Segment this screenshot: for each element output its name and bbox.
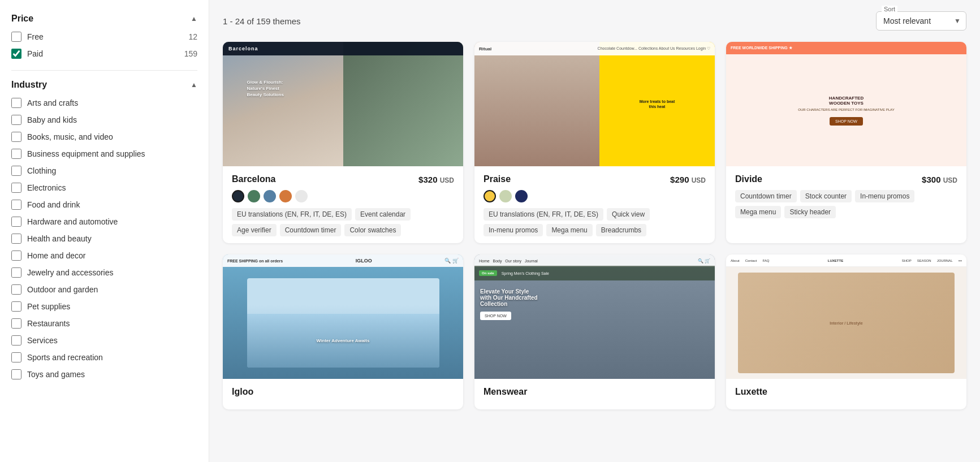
praise-nav-links: Chocolate Countdow... Collections About …: [598, 46, 710, 51]
industry-restaurants-checkbox[interactable]: [11, 318, 21, 329]
industry-sports-label[interactable]: Sports and recreation: [27, 353, 197, 362]
theme-card-luxette[interactable]: About Contact FAQ LUXETTE SHOP SEASON JO…: [726, 254, 966, 409]
menswear-cta-button[interactable]: SHOP NOW: [480, 312, 511, 320]
sidebar: Price ▲ Free 12 Paid 159 Industry ▲ Arts…: [0, 0, 209, 462]
theme-currency-barcelona: USD: [440, 176, 454, 184]
industry-hardware-checkbox[interactable]: [11, 217, 21, 227]
theme-card-igloo[interactable]: FREE SHIPPING on all orders IGLOO 🔍 🛒 Wi…: [223, 254, 463, 409]
industry-baby-label[interactable]: Baby and kids: [27, 115, 197, 124]
theme-info-divide: Divide$300 USDCountdown timerStock count…: [726, 166, 966, 225]
industry-home-label[interactable]: Home and decor: [27, 251, 197, 260]
industry-restaurants-label[interactable]: Restaurants: [27, 319, 197, 328]
industry-arts-item[interactable]: Arts and crafts: [11, 98, 197, 108]
industry-clothing-label[interactable]: Clothing: [27, 166, 197, 175]
luxette-nav-shop: SHOP: [902, 259, 912, 262]
price-filter-header[interactable]: Price ▲: [11, 14, 197, 24]
industry-jewelry-item[interactable]: Jewelry and accessories: [11, 267, 197, 278]
industry-home-checkbox[interactable]: [11, 251, 21, 261]
menswear-nav-links: Home Body Our story Journal: [479, 259, 538, 263]
theme-tag-praise-in-menu-promos: In-menu promos: [483, 224, 543, 236]
theme-price-barcelona: $320 USD: [418, 175, 454, 184]
industry-outdoor-checkbox[interactable]: [11, 284, 21, 295]
industry-electronics-label[interactable]: Electronics: [27, 183, 197, 192]
industry-hardware-item[interactable]: Hardware and automotive: [11, 217, 197, 227]
menswear-nav-bar: Home Body Our story Journal 🔍 🛒: [474, 254, 715, 267]
price-paid-checkbox[interactable]: [11, 49, 21, 59]
industry-business-item[interactable]: Business equipment and supplies: [11, 149, 197, 159]
luxette-nav-faq: FAQ: [762, 259, 769, 262]
divide-cta-button[interactable]: SHOP NOW: [830, 117, 863, 126]
price-free-item[interactable]: Free 12: [11, 32, 197, 42]
industry-sports-item[interactable]: Sports and recreation: [11, 352, 197, 362]
industry-clothing-checkbox[interactable]: [11, 166, 21, 176]
industry-services-item[interactable]: Services: [11, 335, 197, 346]
theme-card-praise[interactable]: More treats to beatthis heat Ritual Choc…: [474, 42, 715, 243]
industry-food-label[interactable]: Food and drink: [27, 200, 197, 209]
price-free-label[interactable]: Free: [27, 32, 183, 41]
theme-swatch-barcelona-3[interactable]: [279, 190, 292, 202]
industry-pet-checkbox[interactable]: [11, 301, 21, 312]
theme-swatch-barcelona-2[interactable]: [264, 190, 276, 202]
industry-toys-label[interactable]: Toys and games: [27, 370, 197, 379]
theme-swatch-barcelona-1[interactable]: [248, 190, 260, 202]
industry-pet-label[interactable]: Pet supplies: [27, 302, 197, 311]
theme-swatch-praise-0[interactable]: [483, 190, 496, 202]
igloo-nav-bar: FREE SHIPPING on all orders IGLOO 🔍 🛒: [223, 254, 463, 267]
theme-tag-divide-mega-menu: Mega menu: [735, 206, 781, 218]
industry-books-checkbox[interactable]: [11, 132, 21, 142]
main-content: 1 - 24 of 159 themes Sort Most relevant …: [209, 0, 980, 462]
industry-outdoor-item[interactable]: Outdoor and garden: [11, 284, 197, 295]
industry-jewelry-checkbox[interactable]: [11, 267, 21, 278]
industry-electronics-checkbox[interactable]: [11, 183, 21, 193]
industry-services-checkbox[interactable]: [11, 335, 21, 346]
industry-business-label[interactable]: Business equipment and supplies: [27, 149, 197, 158]
industry-baby-item[interactable]: Baby and kids: [11, 115, 197, 125]
industry-clothing-item[interactable]: Clothing: [11, 166, 197, 176]
theme-swatch-praise-2[interactable]: [515, 190, 528, 202]
price-paid-item[interactable]: Paid 159: [11, 49, 197, 59]
industry-outdoor-label[interactable]: Outdoor and garden: [27, 285, 197, 294]
industry-toys-checkbox[interactable]: [11, 369, 21, 379]
theme-name-row-barcelona: Barcelona$320 USD: [232, 174, 454, 184]
luxette-nav-contact: Contact: [745, 259, 757, 262]
industry-services-label[interactable]: Services: [27, 336, 197, 345]
industry-toys-item[interactable]: Toys and games: [11, 369, 197, 379]
theme-name-praise: Praise: [483, 174, 511, 184]
theme-card-barcelona[interactable]: Glow & Flourish:Nature's FinestBeauty So…: [223, 42, 463, 243]
industry-health-checkbox[interactable]: [11, 234, 21, 244]
industry-pet-item[interactable]: Pet supplies: [11, 301, 197, 312]
theme-info-praise: Praise$290 USDEU translations (EN, FR, I…: [474, 166, 715, 243]
price-paid-label[interactable]: Paid: [27, 49, 179, 58]
industry-restaurants-item[interactable]: Restaurants: [11, 318, 197, 329]
theme-swatch-barcelona-4[interactable]: [295, 190, 308, 202]
industry-health-item[interactable]: Health and beauty: [11, 234, 197, 244]
industry-arts-label[interactable]: Arts and crafts: [27, 98, 197, 107]
theme-swatch-barcelona-0[interactable]: [232, 190, 244, 202]
industry-jewelry-label[interactable]: Jewelry and accessories: [27, 268, 197, 277]
price-free-checkbox[interactable]: [11, 32, 21, 42]
industry-filter-header[interactable]: Industry ▲: [11, 80, 197, 90]
industry-hardware-label[interactable]: Hardware and automotive: [27, 217, 197, 226]
theme-card-divide[interactable]: FREE WORLDWIDE SHIPPING ★ WAVES Home Sho…: [726, 42, 966, 243]
sort-select[interactable]: Most relevant Price: low to high Price: …: [876, 11, 966, 31]
industry-baby-checkbox[interactable]: [11, 115, 21, 125]
industry-health-label[interactable]: Health and beauty: [27, 234, 197, 243]
theme-name-divide: Divide: [735, 174, 762, 184]
industry-arts-checkbox[interactable]: [11, 98, 21, 108]
industry-sports-checkbox[interactable]: [11, 352, 21, 362]
industry-business-checkbox[interactable]: [11, 149, 21, 159]
industry-books-label[interactable]: Books, music, and video: [27, 132, 197, 141]
industry-food-item[interactable]: Food and drink: [11, 200, 197, 210]
theme-price-praise: $290 USD: [670, 175, 706, 184]
industry-food-checkbox[interactable]: [11, 200, 21, 210]
price-chevron-icon: ▲: [191, 15, 197, 23]
industry-books-item[interactable]: Books, music, and video: [11, 132, 197, 142]
industry-electronics-item[interactable]: Electronics: [11, 183, 197, 193]
luxette-hero-img: Interior / Lifestyle: [738, 273, 955, 373]
theme-tag-praise-breadcrumbs: Breadcrumbs: [596, 224, 646, 236]
theme-name-row-luxette: Luxette: [735, 387, 957, 397]
industry-home-item[interactable]: Home and decor: [11, 251, 197, 261]
theme-swatch-praise-1[interactable]: [499, 190, 512, 202]
theme-tag-divide-sticky-header: Sticky header: [784, 206, 836, 218]
theme-card-menswear[interactable]: Home Body Our story Journal 🔍 🛒 On sale …: [474, 254, 715, 409]
